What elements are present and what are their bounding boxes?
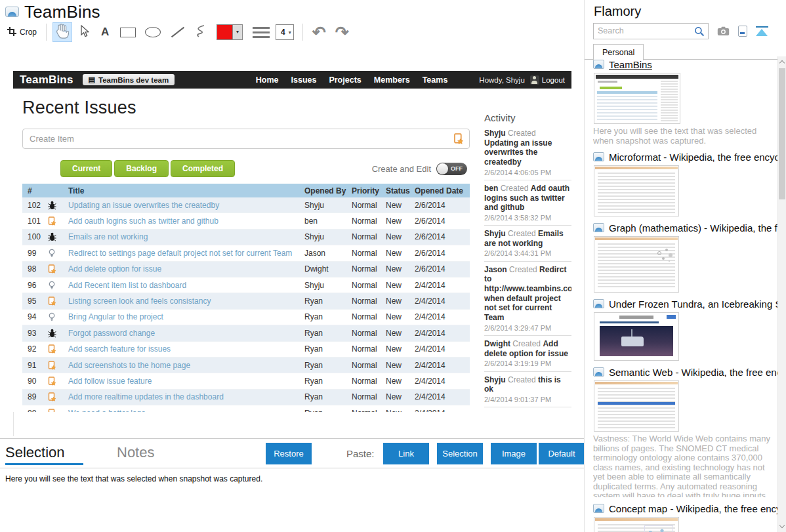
rectangle-tool-button[interactable] bbox=[117, 22, 139, 42]
snapshot-thumbnail[interactable] bbox=[594, 517, 679, 532]
snapshot-entry-title[interactable]: Under Frozen Tundra, an Icebreaking Ship… bbox=[609, 298, 777, 310]
undo-button[interactable]: ↶ bbox=[309, 22, 329, 42]
nav-link-home[interactable]: Home bbox=[256, 75, 279, 85]
issue-title-link[interactable]: Add screenshots to the home page bbox=[68, 361, 190, 370]
pen-tool-button[interactable] bbox=[192, 22, 210, 42]
col-priority[interactable]: Priority bbox=[352, 186, 386, 195]
scroll-up-arrow[interactable] bbox=[779, 60, 785, 66]
document-icon[interactable] bbox=[738, 26, 747, 37]
color-picker[interactable]: ▾ bbox=[217, 24, 243, 40]
snapshot-entry[interactable]: Concept map - Wikipedia, the free encycl… bbox=[593, 502, 777, 532]
redo-button[interactable]: ↷ bbox=[332, 22, 352, 42]
logout-link[interactable]: Logout bbox=[542, 76, 565, 84]
snapshot-entry-title[interactable]: Microformat - Wikipedia, the free encycl… bbox=[609, 152, 777, 163]
activity-item[interactable]: ben Created Add oauth logins such as twi… bbox=[484, 180, 571, 226]
issue-row[interactable]: 90Add follow issue featureRyanNormalNew2… bbox=[22, 373, 470, 389]
crop-button[interactable]: Crop bbox=[4, 22, 40, 42]
color-swatch[interactable] bbox=[217, 25, 233, 39]
scroll-down-arrow[interactable] bbox=[779, 523, 785, 528]
issue-title-link[interactable]: Updating an issue overwrites the created… bbox=[68, 201, 219, 210]
issue-title-link[interactable]: Add Recent item list to dashboard bbox=[68, 281, 186, 290]
scrollbar-thumb[interactable] bbox=[779, 68, 785, 199]
create-edit-toggle[interactable]: OFF bbox=[436, 163, 467, 175]
issue-row[interactable]: 89Add more realtime updates in the dashb… bbox=[22, 390, 470, 405]
col-status[interactable]: Status bbox=[386, 186, 415, 195]
snapshot-thumbnail[interactable] bbox=[594, 312, 679, 361]
nav-link-members[interactable]: Members bbox=[374, 75, 410, 85]
snapshot-entry[interactable]: Graph (mathematics) - Wikipedia, the fre… bbox=[593, 221, 777, 293]
issue-row[interactable]: 93Forgot password changeRyanNormalNew2/4… bbox=[22, 325, 470, 341]
teambins-brand[interactable]: TeamBins bbox=[20, 73, 73, 87]
issue-title-link[interactable]: Add follow issue feature bbox=[68, 377, 152, 386]
activity-item[interactable]: Shyju Created Emails are not working2/6/… bbox=[484, 226, 571, 262]
issue-row[interactable]: 99Redirect to settings page default proj… bbox=[22, 245, 470, 261]
paste-selection-button[interactable]: Selection bbox=[437, 443, 483, 464]
issue-row[interactable]: 94Bring Angular to the projectRyanNormal… bbox=[22, 310, 470, 325]
col-opened-by[interactable]: Opened By bbox=[304, 186, 352, 195]
create-item-input[interactable] bbox=[23, 129, 469, 148]
snapshot-thumbnail[interactable] bbox=[594, 165, 679, 216]
team-selector-button[interactable]: ▤ TeamBins dev team bbox=[83, 74, 175, 85]
restore-button[interactable]: Restore bbox=[266, 443, 312, 464]
col-id[interactable]: # bbox=[22, 186, 42, 195]
activity-item[interactable]: Shyju Created this is ok2/4/2014 9:01:37… bbox=[484, 372, 571, 408]
activity-item[interactable]: Dwight Created Add delete option for iss… bbox=[484, 336, 571, 372]
issue-row[interactable]: 88We need a better logoRyanNormalNew2/4/… bbox=[22, 405, 470, 412]
tab-backlog[interactable]: Backlog bbox=[114, 160, 169, 177]
screenshot-preview[interactable]: TeamBins ▤ TeamBins dev team Home Issues… bbox=[13, 71, 571, 412]
tab-completed[interactable]: Completed bbox=[171, 160, 235, 177]
issue-row[interactable]: 100Emails are not workingShyjuNormalNew2… bbox=[22, 230, 470, 245]
create-item-icon[interactable] bbox=[453, 133, 464, 147]
issue-title-link[interactable]: Forgot password change bbox=[68, 329, 155, 338]
snapshot-entry[interactable]: Microformat - Wikipedia, the free encycl… bbox=[593, 150, 777, 216]
snapshot-thumbnail[interactable] bbox=[594, 73, 680, 124]
issue-title-link[interactable]: Add more realtime updates in the dashboa… bbox=[68, 392, 224, 401]
sidebar-scrollbar[interactable] bbox=[777, 56, 786, 532]
activity-item[interactable]: Shyju Created aaa2/4/2014 9:00:57 PM bbox=[484, 407, 571, 412]
ellipse-tool-button[interactable] bbox=[142, 22, 164, 42]
search-icon[interactable] bbox=[694, 26, 705, 37]
snapshot-entry-title[interactable]: Semantic Web - Wikipedia, the free encyc… bbox=[609, 367, 777, 378]
thickness-button[interactable] bbox=[249, 22, 273, 42]
issue-row[interactable]: 102Updating an issue overwrites the crea… bbox=[22, 197, 470, 213]
nav-link-projects[interactable]: Projects bbox=[329, 75, 361, 85]
activity-item[interactable]: Jason Created Redirct to http://www.team… bbox=[484, 262, 571, 336]
issue-title-link[interactable]: Redirect to settings page default projec… bbox=[68, 249, 292, 258]
tab-current[interactable]: Current bbox=[60, 160, 112, 177]
issue-row[interactable]: 91Add screenshots to the home pageRyanNo… bbox=[22, 358, 470, 373]
nav-link-issues[interactable]: Issues bbox=[291, 75, 317, 85]
activity-item[interactable]: Shyju Created Updating an issue overwrit… bbox=[484, 125, 571, 180]
color-dropdown-arrow[interactable]: ▾ bbox=[233, 25, 242, 39]
pointer-tool-button[interactable] bbox=[75, 22, 93, 42]
snapshot-thumbnail[interactable] bbox=[594, 380, 679, 432]
issue-row[interactable]: 96Add Recent item list to dashboardShyju… bbox=[22, 277, 470, 293]
text-tool-button[interactable]: A bbox=[96, 22, 114, 42]
camera-icon[interactable] bbox=[717, 26, 730, 36]
issue-title-link[interactable]: Emails are not working bbox=[68, 232, 148, 241]
nav-link-teams[interactable]: Teams bbox=[423, 75, 448, 85]
tab-notes[interactable]: Notes bbox=[117, 444, 154, 461]
col-opened-date[interactable]: Opened Date bbox=[415, 186, 470, 195]
paste-image-button[interactable]: Image bbox=[491, 443, 537, 464]
issue-title-link[interactable]: Listing screen look and feels consistanc… bbox=[68, 297, 211, 306]
paste-link-button[interactable]: Link bbox=[383, 443, 429, 464]
issue-row[interactable]: 95Listing screen look and feels consista… bbox=[22, 293, 470, 309]
snapshot-entry-title[interactable]: Graph (mathematics) - Wikipedia, the fre… bbox=[609, 222, 777, 234]
issue-row[interactable]: 92Add search feature for issuesRyanNorma… bbox=[22, 342, 470, 358]
snapshot-entry-title[interactable]: TeamBins bbox=[609, 59, 652, 70]
search-input[interactable] bbox=[594, 24, 708, 39]
issue-row[interactable]: 98Add delete option for issueDwightNorma… bbox=[22, 262, 470, 277]
snapshot-entry[interactable]: Under Frozen Tundra, an Icebreaking Ship… bbox=[593, 297, 777, 361]
col-title[interactable]: Title bbox=[62, 186, 304, 195]
line-tool-button[interactable] bbox=[167, 22, 189, 42]
issue-title-link[interactable]: Bring Angular to the project bbox=[68, 312, 163, 321]
hand-tool-button[interactable] bbox=[52, 22, 72, 42]
snapshot-thumbnail[interactable] bbox=[594, 236, 679, 293]
tab-selection[interactable]: Selection bbox=[5, 444, 83, 465]
issue-title-link[interactable]: Add delete option for issue bbox=[68, 264, 161, 274]
issue-title-link[interactable]: We need a better logo bbox=[68, 409, 146, 412]
size-select[interactable]: 4 ▾ bbox=[276, 24, 294, 40]
flamory-pin-icon[interactable] bbox=[756, 26, 768, 36]
issue-row[interactable]: 101Add oauth logins such as twitter and … bbox=[22, 213, 470, 229]
paste-default-button[interactable]: Default bbox=[539, 443, 585, 464]
